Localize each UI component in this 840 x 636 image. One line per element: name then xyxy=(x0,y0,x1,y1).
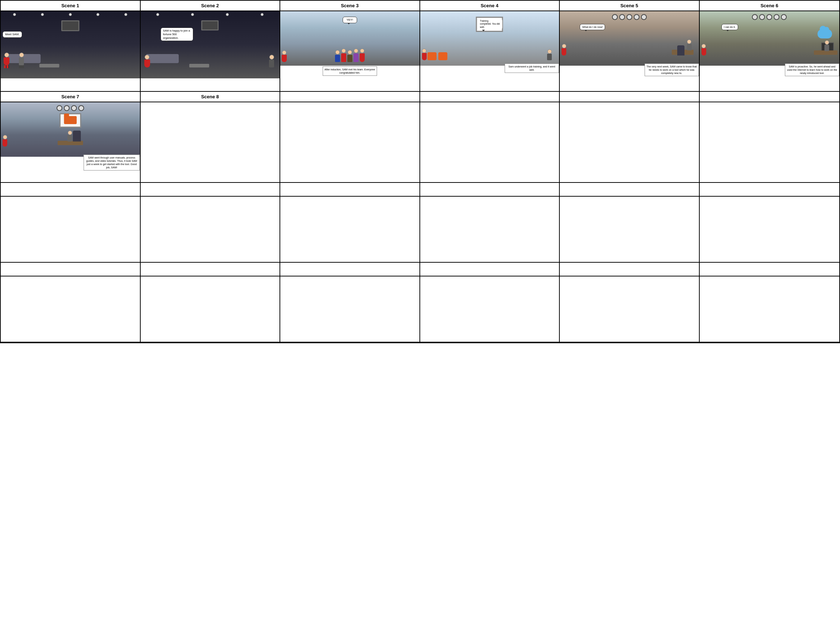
scene4-sam xyxy=(422,49,427,60)
clock1 xyxy=(612,14,618,20)
scene8-header: Scene 8 xyxy=(141,92,281,101)
scene6-clocks xyxy=(752,14,787,20)
scene7-chair xyxy=(73,131,81,141)
scene1-header: Scene 1 xyxy=(1,1,141,11)
scene2-sofa xyxy=(146,54,179,63)
scene2-speech: SAM is happy to join a fortune 500 organ… xyxy=(161,28,193,41)
scene7-screen xyxy=(60,113,81,128)
s2c2-body xyxy=(269,60,274,68)
scene11-cell xyxy=(560,102,700,182)
row2-headers: Scene 7 Scene 8 xyxy=(1,92,839,102)
s5-head xyxy=(562,44,566,48)
scene6-image: I can do it. xyxy=(700,11,840,66)
person1 xyxy=(335,50,340,62)
scene4-chair1 xyxy=(428,52,436,60)
person2 xyxy=(341,49,346,62)
scene2-header: Scene 2 xyxy=(141,1,281,11)
row4-h4 xyxy=(420,263,560,276)
row4-c3 xyxy=(280,277,420,342)
row4-content xyxy=(1,277,839,342)
clock3 xyxy=(627,14,632,20)
s7sw-head xyxy=(68,131,72,135)
scene5-image: What do I do now! xyxy=(560,11,699,66)
scene6-sam xyxy=(701,44,706,55)
p2-head xyxy=(341,49,346,53)
p4-body xyxy=(354,53,358,62)
row4-c5 xyxy=(560,277,700,342)
row4-c4 xyxy=(420,277,560,342)
scene7-clocks xyxy=(57,105,84,111)
p3-body xyxy=(347,55,352,62)
scene4-image: Training completed. You did well. xyxy=(420,11,559,66)
light1 xyxy=(13,13,16,16)
s2-light3 xyxy=(226,13,229,16)
row4-h6 xyxy=(700,263,840,276)
light5 xyxy=(124,13,127,16)
scene6-caption: SAM is proactive. So, he went ahead and … xyxy=(785,63,839,76)
scene7-image xyxy=(1,102,140,157)
clock4 xyxy=(634,14,639,20)
scene4-chair2 xyxy=(438,52,447,60)
scene5-chair xyxy=(677,45,684,55)
s7-clock1 xyxy=(57,105,62,111)
s5w-body xyxy=(687,44,692,51)
scene4-presenter xyxy=(547,49,552,60)
row3-c3 xyxy=(280,197,420,262)
s6-body xyxy=(701,48,706,55)
scene4-cell: Training completed. You did well. Sam un… xyxy=(420,11,560,91)
s7-clock4 xyxy=(78,105,84,111)
clock2 xyxy=(619,14,625,20)
s5-body xyxy=(562,48,566,55)
scene6-cell: I can do it. xyxy=(700,11,840,91)
scene6-speech: I can do it. xyxy=(722,24,738,30)
s5w-head xyxy=(687,40,692,44)
scene9-cell xyxy=(280,102,420,182)
row3-h1 xyxy=(1,183,141,196)
s6w-head xyxy=(825,40,829,44)
s6-clock1 xyxy=(752,14,758,20)
row4-h1 xyxy=(1,263,141,276)
row4-h2 xyxy=(141,263,281,276)
s4p-body xyxy=(547,54,552,60)
scene3-people xyxy=(335,49,365,62)
scene11-header xyxy=(560,92,700,101)
scene12-header xyxy=(700,92,840,101)
s2-light1 xyxy=(156,13,159,16)
scene1-cell: Meet SAM. xyxy=(1,11,141,91)
row4-c6 xyxy=(700,277,840,342)
clock5 xyxy=(641,14,647,20)
scene2-character-female xyxy=(144,55,150,68)
row4-c1 xyxy=(1,277,141,342)
scene7-sam-female xyxy=(3,135,7,147)
scene4-caption: Sam underwent a job training, and it wen… xyxy=(505,63,559,73)
s7sf-head xyxy=(3,135,7,139)
cloud-bump2 xyxy=(824,27,829,32)
scene5-cell: What do I do now! The very next week, SA… xyxy=(560,11,700,91)
char1-body xyxy=(4,57,9,65)
row4-h3 xyxy=(280,263,420,276)
row1-headers: Scene 1 Scene 2 Scene 3 Scene 4 Scene 5 … xyxy=(1,1,839,11)
s2c2-head xyxy=(269,55,274,60)
row3-c2 xyxy=(141,197,281,262)
scene1-tv xyxy=(61,20,79,31)
scene9-header xyxy=(280,92,420,101)
row3-h3 xyxy=(280,183,420,196)
s2c1-head xyxy=(145,55,149,60)
person3 xyxy=(347,50,352,62)
scene1-character-male xyxy=(19,52,24,68)
scene2-image: SAM is happy to join a fortune 500 organ… xyxy=(141,11,280,78)
s2-light4 xyxy=(261,13,264,16)
scene5-header: Scene 5 xyxy=(560,1,700,11)
char1-head xyxy=(4,52,9,57)
scene8-cell xyxy=(141,102,281,182)
s7-clock2 xyxy=(64,105,69,111)
scene5-clocks xyxy=(612,14,647,20)
scene5-worker xyxy=(687,40,692,51)
scene6-header: Scene 6 xyxy=(700,1,840,11)
char2-legs xyxy=(19,65,24,68)
scene12-cell xyxy=(700,102,840,182)
scene1-lights xyxy=(1,13,140,16)
scene1-image: Meet SAM. xyxy=(1,11,140,78)
p3-head xyxy=(348,50,352,54)
scene2-table xyxy=(189,64,209,68)
